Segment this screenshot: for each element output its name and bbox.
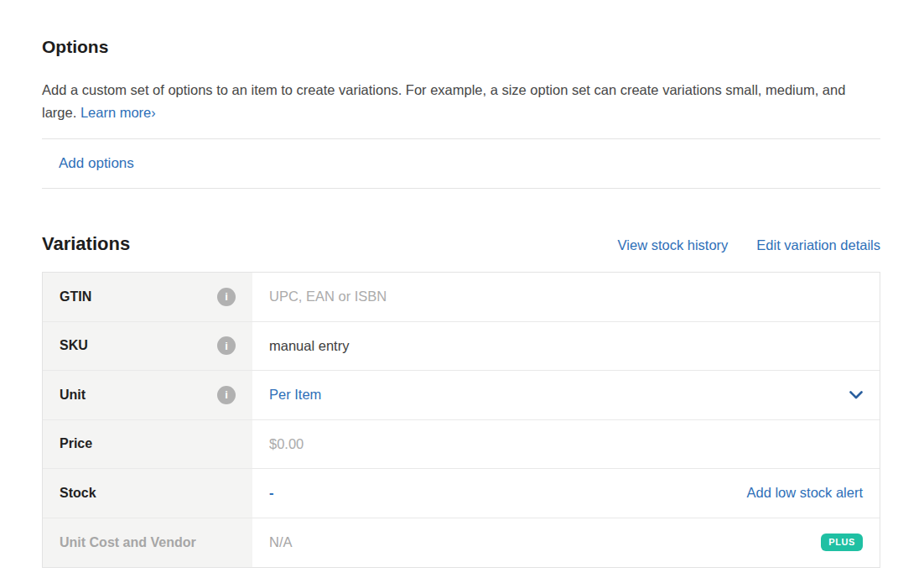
gtin-value-cell — [252, 273, 880, 321]
sku-input[interactable] — [269, 338, 863, 354]
stock-value-cell: - Add low stock alert — [252, 469, 880, 518]
info-icon[interactable] — [217, 386, 236, 404]
unit-cost-vendor-value-cell: N/A PLUS — [252, 518, 880, 568]
options-description: Add a custom set of options to an item t… — [42, 79, 872, 124]
chevron-down-icon — [849, 391, 863, 399]
variations-section-title: Variations — [42, 232, 130, 256]
unit-cost-vendor-value: N/A — [269, 534, 293, 550]
info-icon[interactable] — [217, 288, 236, 306]
unit-label: Unit — [60, 388, 86, 403]
add-options-row: Add options — [42, 139, 880, 189]
sku-value-cell — [252, 322, 880, 371]
table-row-unit-cost-vendor: Unit Cost and Vendor N/A PLUS — [43, 518, 880, 568]
stock-label-cell: Stock — [43, 469, 252, 518]
table-row-unit: Unit Per Item — [43, 371, 880, 420]
unit-label-cell: Unit — [43, 371, 252, 419]
variations-header: Variations View stock history Edit varia… — [42, 232, 880, 256]
table-row-stock: Stock - Add low stock alert — [43, 469, 880, 518]
options-description-text: Add a custom set of options to an item t… — [42, 82, 845, 120]
add-options-link[interactable]: Add options — [59, 155, 134, 172]
price-value-cell — [252, 420, 880, 469]
add-low-stock-alert-link[interactable]: Add low stock alert — [747, 485, 863, 501]
variations-table: GTIN SKU Unit Per Item — [42, 272, 880, 568]
chevron-right-icon: › — [151, 106, 155, 120]
view-stock-history-link[interactable]: View stock history — [618, 237, 729, 253]
price-input[interactable] — [269, 436, 863, 452]
unit-cost-vendor-label: Unit Cost and Vendor — [60, 535, 196, 550]
item-detail-panel: Options Add a custom set of options to a… — [42, 0, 880, 568]
table-row-gtin: GTIN — [43, 273, 880, 322]
stock-label: Stock — [60, 486, 96, 501]
table-row-price: Price — [43, 420, 880, 470]
sku-label: SKU — [60, 338, 88, 353]
price-label: Price — [60, 436, 92, 451]
gtin-input[interactable] — [269, 289, 863, 305]
gtin-label-cell: GTIN — [43, 273, 252, 321]
unit-cost-vendor-label-cell: Unit Cost and Vendor — [43, 518, 252, 568]
unit-selected-value: Per Item — [269, 387, 321, 403]
edit-variation-details-link[interactable]: Edit variation details — [756, 237, 880, 253]
learn-more-link[interactable]: Learn more› — [80, 105, 156, 120]
price-label-cell: Price — [43, 420, 252, 469]
plus-badge: PLUS — [821, 534, 863, 551]
unit-select[interactable]: Per Item — [252, 371, 880, 419]
options-section-title: Options — [42, 0, 880, 58]
table-row-sku: SKU — [43, 322, 880, 372]
stock-value-link[interactable]: - — [269, 485, 274, 501]
sku-label-cell: SKU — [43, 322, 252, 371]
gtin-label: GTIN — [60, 289, 91, 305]
variations-actions: View stock history Edit variation detail… — [618, 237, 880, 253]
info-icon[interactable] — [217, 336, 236, 355]
